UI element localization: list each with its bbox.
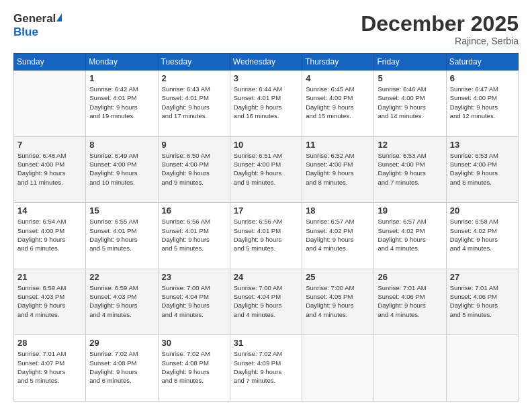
- table-row: 20Sunrise: 6:58 AM Sunset: 4:02 PM Dayli…: [446, 203, 518, 269]
- day-number: 27: [450, 272, 515, 282]
- table-row: [446, 335, 518, 402]
- table-row: 1Sunrise: 6:42 AM Sunset: 4:01 PM Daylig…: [86, 71, 158, 137]
- day-number: 7: [17, 140, 82, 150]
- month-year-title: December 2025: [361, 12, 519, 36]
- logo-blue-text: Blue: [13, 26, 38, 38]
- header-monday: Monday: [86, 54, 158, 71]
- day-number: 31: [234, 338, 298, 348]
- table-row: 21Sunrise: 6:59 AM Sunset: 4:03 PM Dayli…: [14, 269, 86, 335]
- day-info: Sunrise: 6:57 AM Sunset: 4:02 PM Dayligh…: [378, 217, 442, 253]
- table-row: 5Sunrise: 6:46 AM Sunset: 4:00 PM Daylig…: [374, 71, 446, 137]
- logo-arrow-icon: [56, 13, 62, 21]
- day-info: Sunrise: 6:42 AM Sunset: 4:01 PM Dayligh…: [89, 85, 154, 120]
- table-row: 30Sunrise: 7:02 AM Sunset: 4:08 PM Dayli…: [158, 335, 230, 402]
- logo: General Blue: [13, 12, 62, 39]
- day-info: Sunrise: 7:01 AM Sunset: 4:07 PM Dayligh…: [17, 349, 82, 385]
- day-number: 6: [450, 73, 515, 83]
- day-number: 24: [234, 272, 298, 282]
- day-number: 13: [450, 140, 515, 150]
- day-info: Sunrise: 6:46 AM Sunset: 4:00 PM Dayligh…: [378, 85, 442, 120]
- day-info: Sunrise: 6:53 AM Sunset: 4:00 PM Dayligh…: [378, 151, 442, 187]
- day-number: 15: [89, 205, 154, 216]
- day-number: 12: [378, 140, 442, 150]
- day-info: Sunrise: 7:02 AM Sunset: 4:08 PM Dayligh…: [89, 349, 154, 385]
- day-number: 20: [450, 205, 515, 216]
- table-row: 22Sunrise: 6:59 AM Sunset: 4:03 PM Dayli…: [86, 269, 158, 335]
- table-row: 28Sunrise: 7:01 AM Sunset: 4:07 PM Dayli…: [14, 335, 86, 402]
- table-row: 8Sunrise: 6:49 AM Sunset: 4:00 PM Daylig…: [86, 136, 158, 203]
- table-row: 27Sunrise: 7:01 AM Sunset: 4:06 PM Dayli…: [446, 269, 518, 335]
- day-info: Sunrise: 6:57 AM Sunset: 4:02 PM Dayligh…: [306, 217, 370, 253]
- header-wednesday: Wednesday: [230, 54, 302, 71]
- day-number: 19: [378, 205, 442, 216]
- day-info: Sunrise: 6:54 AM Sunset: 4:00 PM Dayligh…: [17, 217, 82, 253]
- day-number: 30: [162, 338, 226, 348]
- day-number: 26: [378, 272, 442, 282]
- header-thursday: Thursday: [302, 54, 374, 71]
- header-saturday: Saturday: [446, 54, 518, 71]
- table-row: 4Sunrise: 6:45 AM Sunset: 4:00 PM Daylig…: [302, 71, 374, 137]
- day-number: 11: [306, 140, 370, 150]
- day-number: 5: [378, 73, 442, 83]
- table-row: 2Sunrise: 6:43 AM Sunset: 4:01 PM Daylig…: [158, 71, 230, 137]
- table-row: 18Sunrise: 6:57 AM Sunset: 4:02 PM Dayli…: [302, 203, 374, 269]
- day-info: Sunrise: 7:00 AM Sunset: 4:05 PM Dayligh…: [306, 283, 370, 319]
- table-row: 12Sunrise: 6:53 AM Sunset: 4:00 PM Dayli…: [374, 136, 446, 203]
- day-info: Sunrise: 6:55 AM Sunset: 4:01 PM Dayligh…: [89, 217, 154, 253]
- page: General Blue December 2025 Rajince, Serb…: [0, 0, 532, 411]
- table-row: 14Sunrise: 6:54 AM Sunset: 4:00 PM Dayli…: [14, 203, 86, 269]
- day-number: 17: [234, 205, 298, 216]
- day-info: Sunrise: 6:51 AM Sunset: 4:00 PM Dayligh…: [234, 151, 298, 187]
- table-row: 10Sunrise: 6:51 AM Sunset: 4:00 PM Dayli…: [230, 136, 302, 203]
- table-row: 6Sunrise: 6:47 AM Sunset: 4:00 PM Daylig…: [446, 71, 518, 137]
- weekday-header-row: Sunday Monday Tuesday Wednesday Thursday…: [14, 54, 519, 71]
- table-row: 15Sunrise: 6:55 AM Sunset: 4:01 PM Dayli…: [86, 203, 158, 269]
- day-info: Sunrise: 7:01 AM Sunset: 4:06 PM Dayligh…: [378, 283, 442, 319]
- table-row: 19Sunrise: 6:57 AM Sunset: 4:02 PM Dayli…: [374, 203, 446, 269]
- day-info: Sunrise: 6:52 AM Sunset: 4:00 PM Dayligh…: [306, 151, 370, 187]
- table-row: 16Sunrise: 6:56 AM Sunset: 4:01 PM Dayli…: [158, 203, 230, 269]
- header-friday: Friday: [374, 54, 446, 71]
- day-info: Sunrise: 6:59 AM Sunset: 4:03 PM Dayligh…: [17, 283, 82, 319]
- table-row: 3Sunrise: 6:44 AM Sunset: 4:01 PM Daylig…: [230, 71, 302, 137]
- table-row: 25Sunrise: 7:00 AM Sunset: 4:05 PM Dayli…: [302, 269, 374, 335]
- day-info: Sunrise: 6:45 AM Sunset: 4:00 PM Dayligh…: [306, 85, 370, 120]
- day-info: Sunrise: 7:00 AM Sunset: 4:04 PM Dayligh…: [162, 283, 226, 319]
- day-number: 21: [17, 272, 82, 282]
- table-row: [374, 335, 446, 402]
- calendar-table: Sunday Monday Tuesday Wednesday Thursday…: [13, 53, 519, 402]
- table-row: 17Sunrise: 6:56 AM Sunset: 4:01 PM Dayli…: [230, 203, 302, 269]
- table-row: [302, 335, 374, 402]
- day-number: 9: [162, 140, 226, 150]
- table-row: 24Sunrise: 7:00 AM Sunset: 4:04 PM Dayli…: [230, 269, 302, 335]
- day-number: 2: [162, 73, 226, 83]
- day-info: Sunrise: 6:58 AM Sunset: 4:02 PM Dayligh…: [450, 217, 515, 253]
- table-row: 11Sunrise: 6:52 AM Sunset: 4:00 PM Dayli…: [302, 136, 374, 203]
- day-info: Sunrise: 6:50 AM Sunset: 4:00 PM Dayligh…: [162, 151, 226, 187]
- day-info: Sunrise: 6:49 AM Sunset: 4:00 PM Dayligh…: [89, 151, 154, 187]
- table-row: [14, 71, 86, 137]
- day-info: Sunrise: 7:01 AM Sunset: 4:06 PM Dayligh…: [450, 283, 515, 319]
- table-row: 23Sunrise: 7:00 AM Sunset: 4:04 PM Dayli…: [158, 269, 230, 335]
- table-row: 31Sunrise: 7:02 AM Sunset: 4:09 PM Dayli…: [230, 335, 302, 402]
- table-row: 26Sunrise: 7:01 AM Sunset: 4:06 PM Dayli…: [374, 269, 446, 335]
- day-number: 16: [162, 205, 226, 216]
- logo-general-text: General: [13, 12, 56, 26]
- location-text: Rajince, Serbia: [361, 36, 519, 46]
- day-number: 1: [89, 73, 154, 83]
- day-number: 28: [17, 338, 82, 348]
- header: General Blue December 2025 Rajince, Serb…: [13, 12, 519, 46]
- day-number: 23: [162, 272, 226, 282]
- day-number: 8: [89, 140, 154, 150]
- table-row: 29Sunrise: 7:02 AM Sunset: 4:08 PM Dayli…: [86, 335, 158, 402]
- day-info: Sunrise: 6:56 AM Sunset: 4:01 PM Dayligh…: [162, 217, 226, 253]
- day-info: Sunrise: 6:59 AM Sunset: 4:03 PM Dayligh…: [89, 283, 154, 319]
- day-info: Sunrise: 6:48 AM Sunset: 4:00 PM Dayligh…: [17, 151, 82, 187]
- day-number: 10: [234, 140, 298, 150]
- day-info: Sunrise: 7:00 AM Sunset: 4:04 PM Dayligh…: [234, 283, 298, 319]
- table-row: 7Sunrise: 6:48 AM Sunset: 4:00 PM Daylig…: [14, 136, 86, 203]
- day-info: Sunrise: 6:53 AM Sunset: 4:00 PM Dayligh…: [450, 151, 515, 187]
- day-info: Sunrise: 6:47 AM Sunset: 4:00 PM Dayligh…: [450, 85, 515, 120]
- day-info: Sunrise: 6:43 AM Sunset: 4:01 PM Dayligh…: [162, 85, 226, 120]
- day-number: 3: [234, 73, 298, 83]
